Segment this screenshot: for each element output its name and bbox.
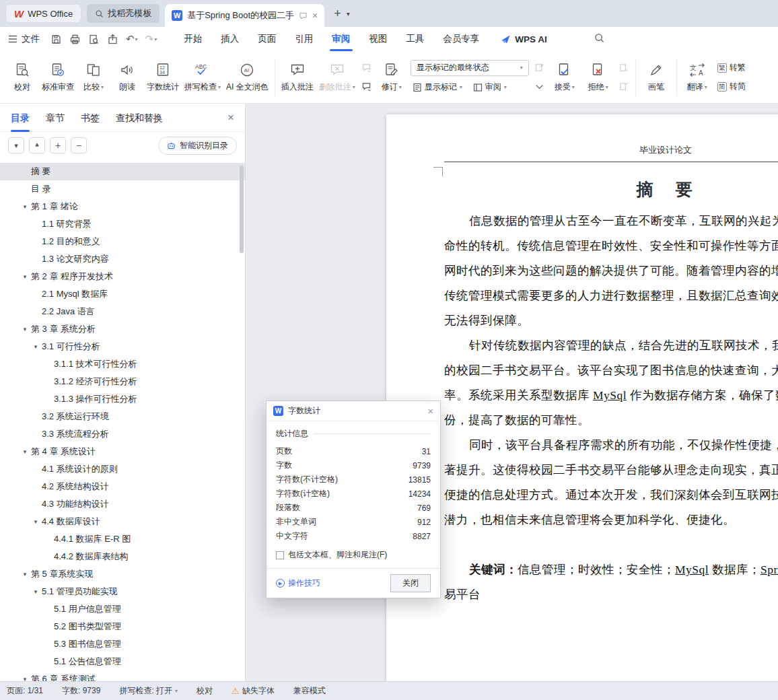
read-aloud-button[interactable]: 朗读 xyxy=(110,55,144,100)
toc-item[interactable]: 5.1 用户信息管理 xyxy=(0,600,245,618)
close-icon[interactable]: × xyxy=(312,11,318,20)
toc-item[interactable]: ▾5.1 管理员功能实现 xyxy=(0,583,245,600)
sidebar-tab-查找和替换[interactable]: 查找和替换 xyxy=(116,104,163,132)
toc-item[interactable]: 5.1 公告信息管理 xyxy=(0,653,245,670)
track-changes-button[interactable]: 修订▾ xyxy=(375,55,409,100)
collapse-all-button[interactable]: ▾ xyxy=(8,137,24,153)
undo-button[interactable]: ↶▾ xyxy=(126,33,138,45)
toc-item[interactable]: 3.3 系统流程分析 xyxy=(0,425,245,443)
toc-expand-arrow[interactable]: ▾ xyxy=(19,571,31,578)
toc-item[interactable]: 5.2 图书类型管理 xyxy=(0,618,245,635)
status-missing-font[interactable]: ⚠缺失字体 xyxy=(232,685,275,697)
toc-item[interactable]: 1.1 研究背景 xyxy=(0,215,245,233)
dialog-close-button[interactable]: 关闭 xyxy=(390,574,431,592)
toc-item[interactable]: 3.1.3 操作可行性分析 xyxy=(0,390,245,408)
translate-button[interactable]: 文A 翻译▾ xyxy=(680,55,714,100)
toc-item[interactable]: ▾第 3 章 系统分析 xyxy=(0,320,245,338)
wps-ai-button[interactable]: WPS AI xyxy=(501,34,547,44)
toc-item[interactable]: 3.1.2 经济可行性分析 xyxy=(0,373,245,390)
status-proofread[interactable]: 校对 xyxy=(197,685,213,697)
menu-tab-插入[interactable]: 插入 xyxy=(211,27,248,51)
toc-expand-arrow[interactable]: ▾ xyxy=(30,343,42,350)
toc-item[interactable]: 4.1 系统设计的原则 xyxy=(0,460,245,478)
toc-item[interactable]: ▾第 4 章 系统设计 xyxy=(0,443,245,460)
menu-search-button[interactable] xyxy=(594,33,604,45)
toc-item[interactable]: 2.1 Mysql 数据库 xyxy=(0,285,245,303)
word-count-button[interactable]: 1234 字数统计 xyxy=(144,55,182,100)
toc-item[interactable]: 2.2 Java 语言 xyxy=(0,303,245,320)
accept-change-button[interactable]: 接受▾ xyxy=(548,55,581,100)
toc-expand-arrow[interactable]: ▾ xyxy=(19,448,31,455)
sidebar-scrollbar[interactable] xyxy=(240,166,244,253)
tab-template-search[interactable]: 找稻壳模板 xyxy=(87,4,160,23)
toc-item[interactable]: 目 录 xyxy=(0,180,245,198)
dialog-close-icon[interactable]: × xyxy=(427,405,433,417)
status-spellcheck[interactable]: 拼写检查: 打开▾ xyxy=(119,685,178,697)
sidebar-tab-章节[interactable]: 章节 xyxy=(46,104,65,132)
expand-all-button[interactable]: ▾ xyxy=(29,137,45,153)
toc-item[interactable]: 4.4.1 数据库 E-R 图 xyxy=(0,530,245,548)
toc-item[interactable]: 4.3 功能结构设计 xyxy=(0,495,245,513)
export-icon[interactable] xyxy=(107,34,118,45)
menu-tab-工具[interactable]: 工具 xyxy=(396,27,433,51)
toc-item[interactable]: ▾第 5 章系统实现 xyxy=(0,565,245,583)
menu-tab-视图[interactable]: 视图 xyxy=(359,27,396,51)
proofread-button[interactable]: 校对 xyxy=(5,55,39,100)
toc-expand-arrow[interactable]: ▾ xyxy=(19,676,31,681)
toc-item[interactable]: ▾第 6 章 系统测试 xyxy=(0,670,245,681)
zoom-out-button[interactable]: − xyxy=(71,137,87,153)
status-page-number[interactable]: 页面: 1/31 xyxy=(7,685,43,697)
toc-item[interactable]: ▾第 2 章 程序开发技术 xyxy=(0,268,245,285)
toc-item[interactable]: 5.3 图书信息管理 xyxy=(0,635,245,653)
ai-polish-button[interactable]: AI AI 全文润色 xyxy=(223,55,271,100)
toc-expand-arrow[interactable]: ▾ xyxy=(30,588,42,595)
toc-item[interactable]: ▾第 1 章 绪论 xyxy=(0,198,245,215)
to-simplified-button[interactable]: 简转简 xyxy=(715,79,748,94)
menu-tab-审阅[interactable]: 审阅 xyxy=(322,27,359,51)
include-textbox-checkbox-row[interactable]: 包括文本框、脚注和尾注(F) xyxy=(276,549,431,561)
redo-button[interactable]: ↷▾ xyxy=(145,33,157,45)
tips-link[interactable]: ▶ 操作技巧 xyxy=(276,578,320,589)
toc-item[interactable]: 摘 要 xyxy=(0,163,245,180)
spell-check-button[interactable]: ABC 拼写检查▾ xyxy=(182,55,223,100)
toc-expand-arrow[interactable]: ▾ xyxy=(19,326,31,332)
review-pane-button[interactable]: 审阅▾ xyxy=(471,80,509,95)
markup-state-dropdown[interactable]: 显示标记的最终状态▾ xyxy=(411,60,529,76)
next-change-button[interactable] xyxy=(616,79,631,94)
next-comment-button[interactable] xyxy=(359,79,374,94)
delete-comment-button[interactable]: 删除批注▾ xyxy=(316,55,358,100)
reject-change-button[interactable]: 拒绝▾ xyxy=(581,55,615,100)
toc-item[interactable]: 4.2 系统结构设计 xyxy=(0,478,245,495)
status-word-count[interactable]: 字数: 9739 xyxy=(62,685,100,697)
document-page[interactable]: 毕业设计论文 摘 要 信息数据的管理从古至今一直在不断变革，互联网的兴起为传统信… xyxy=(386,114,778,681)
zoom-in-button[interactable]: + xyxy=(50,137,66,153)
save-icon[interactable] xyxy=(50,34,62,45)
goto-change-button[interactable] xyxy=(532,61,546,75)
compare-button[interactable]: 比较▾ xyxy=(77,55,110,100)
tab-wps-office[interactable]: W WPS Office xyxy=(5,4,81,23)
print-icon[interactable] xyxy=(69,34,81,45)
toc-item[interactable]: 1.2 目的和意义 xyxy=(0,233,245,250)
menu-tab-引用[interactable]: 引用 xyxy=(285,27,322,51)
toc-expand-arrow[interactable]: ▾ xyxy=(19,203,31,210)
menu-tab-开始[interactable]: 开始 xyxy=(174,27,211,51)
sidebar-tab-目录[interactable]: 目录 xyxy=(11,104,30,132)
toc-item[interactable]: 1.3 论文研究内容 xyxy=(0,250,245,268)
ink-pen-button[interactable]: 画笔 xyxy=(639,55,673,100)
sidebar-tab-书签[interactable]: 书签 xyxy=(81,104,100,132)
toc-item[interactable]: 4.4.2 数据库表结构 xyxy=(0,548,245,565)
status-compat-mode[interactable]: 兼容模式 xyxy=(293,685,326,697)
toc-item[interactable]: ▾3.1 可行性分析 xyxy=(0,338,245,355)
previous-change-button[interactable] xyxy=(616,61,631,75)
show-markup-button[interactable]: 显示标记▾ xyxy=(411,80,464,95)
sidebar-close-icon[interactable]: × xyxy=(227,111,234,125)
toc-expand-arrow[interactable]: ▾ xyxy=(19,273,31,280)
toc-item[interactable]: 3.2 系统运行环境 xyxy=(0,408,245,425)
to-traditional-button[interactable]: 繁转繁 xyxy=(715,61,748,75)
standard-review-button[interactable]: 标准审查 xyxy=(39,55,77,100)
toc-expand-arrow[interactable]: ▾ xyxy=(30,518,42,525)
previous-comment-button[interactable] xyxy=(359,61,374,75)
tab-document[interactable]: W 基于Spring Boot的校园二手 × xyxy=(165,4,324,27)
checkbox-icon[interactable] xyxy=(276,551,284,559)
tab-list-dropdown-icon[interactable]: ▾ xyxy=(347,10,350,18)
